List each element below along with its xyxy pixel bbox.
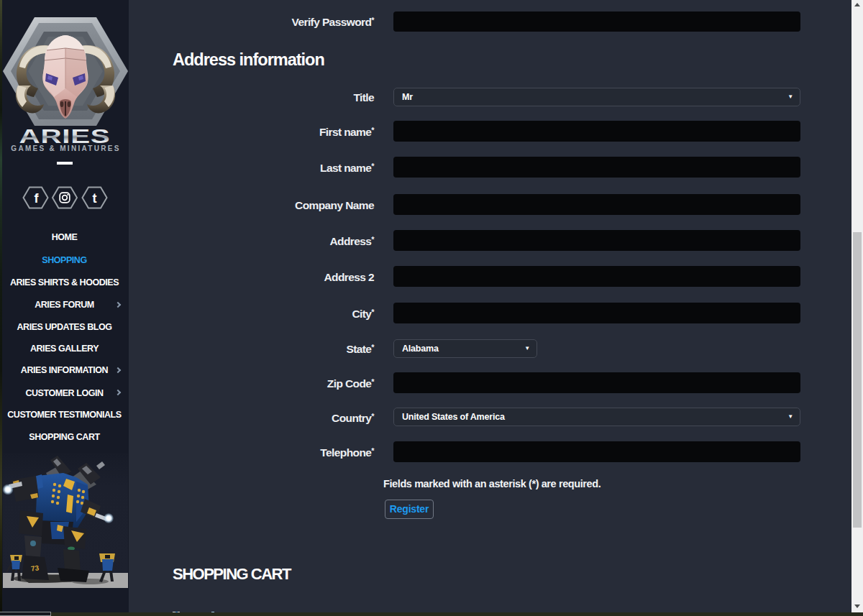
svg-text:f: f <box>35 191 40 206</box>
svg-text:ARIES: ARIES <box>19 126 111 146</box>
svg-text:73: 73 <box>30 564 40 573</box>
svg-text:t: t <box>93 191 97 206</box>
